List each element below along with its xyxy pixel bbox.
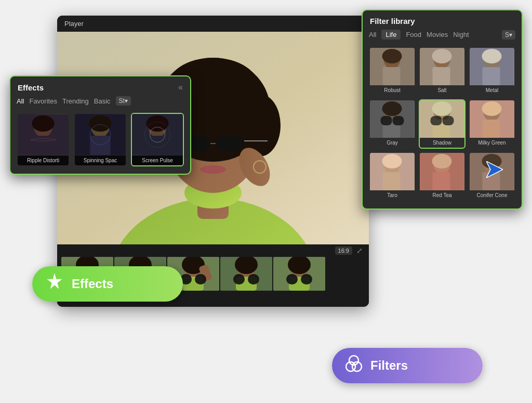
effects-tab-more-dropdown[interactable]: St▾ bbox=[116, 96, 131, 106]
filters-badge-icon bbox=[344, 355, 363, 377]
filter-tab-movies[interactable]: Movies bbox=[427, 31, 448, 38]
svg-rect-46 bbox=[286, 274, 298, 284]
filters-feature-badge: Filters bbox=[332, 348, 483, 383]
player-header: Player bbox=[57, 16, 369, 32]
svg-rect-79 bbox=[381, 116, 392, 125]
expand-icon[interactable]: ⤢ bbox=[356, 246, 363, 255]
effects-grid: Ripple Distorti Spinning Spac bbox=[10, 111, 190, 174]
filter-library-tabs: All Life Food Movies Night S▾ bbox=[363, 30, 522, 45]
svg-point-73 bbox=[482, 49, 502, 63]
effect-label-spinning: Spinning Spac bbox=[75, 155, 126, 165]
svg-rect-41 bbox=[248, 274, 259, 284]
filter-label-shadow: Shadow bbox=[420, 138, 464, 148]
filter-item-milky-green[interactable]: Milky Green bbox=[469, 99, 515, 149]
svg-point-93 bbox=[382, 154, 402, 168]
svg-point-97 bbox=[432, 154, 452, 168]
filter-thumb-robust bbox=[370, 48, 415, 85]
filter-label-salt: Salt bbox=[420, 85, 464, 95]
timeline-thumb-5 bbox=[273, 257, 325, 291]
filter-label-milky-green: Milky Green bbox=[470, 138, 514, 148]
effects-tab-all[interactable]: All bbox=[17, 97, 24, 105]
filter-item-robust[interactable]: Robust bbox=[369, 47, 416, 96]
timeline-thumb-4 bbox=[220, 257, 272, 291]
svg-point-50 bbox=[32, 115, 54, 132]
filter-grid: Robust Salt Meta bbox=[363, 45, 522, 209]
filter-item-salt[interactable]: Salt bbox=[419, 47, 466, 96]
effect-item-spinning[interactable]: Spinning Spac bbox=[74, 113, 127, 166]
filter-item-taro[interactable]: Taro bbox=[369, 152, 416, 201]
filter-tab-night[interactable]: Night bbox=[453, 31, 469, 38]
effects-badge-label: Effects bbox=[72, 277, 113, 291]
filter-label-conifer-cone: Conifer Cone bbox=[470, 190, 514, 200]
filter-thumb-milky-green bbox=[470, 100, 514, 138]
filter-item-red-tea[interactable]: Red Tea bbox=[419, 152, 466, 201]
svg-rect-66 bbox=[383, 67, 401, 85]
filter-thumb-taro bbox=[370, 153, 415, 190]
svg-rect-35 bbox=[195, 274, 206, 284]
filter-label-gray: Gray bbox=[370, 138, 415, 148]
svg-rect-86 bbox=[443, 116, 454, 125]
filter-item-shadow[interactable]: Shadow bbox=[419, 99, 466, 149]
svg-point-65 bbox=[382, 49, 402, 63]
filter-thumb-metal bbox=[470, 48, 514, 85]
svg-marker-103 bbox=[486, 161, 503, 178]
timeline-controls: 16:9 ⤢ bbox=[57, 244, 369, 257]
filter-item-gray[interactable]: Gray bbox=[369, 99, 416, 149]
filter-library-header: Filter library bbox=[363, 10, 522, 30]
svg-point-77 bbox=[382, 101, 402, 116]
filter-tab-food[interactable]: Food bbox=[406, 31, 421, 38]
filter-label-metal: Metal bbox=[470, 85, 514, 95]
filter-label-taro: Taro bbox=[370, 190, 415, 200]
filter-library-title: Filter library bbox=[370, 17, 415, 25]
filter-tab-more-dropdown[interactable]: S▾ bbox=[502, 30, 515, 40]
effect-label-ripple: Ripple Distorti bbox=[18, 155, 69, 165]
filter-tab-all[interactable]: All bbox=[369, 31, 376, 38]
filter-thumb-shadow bbox=[420, 100, 464, 138]
svg-rect-74 bbox=[483, 67, 500, 85]
effect-thumb-spinning bbox=[75, 114, 126, 155]
svg-rect-47 bbox=[301, 274, 312, 284]
effects-feature-badge: Effects bbox=[32, 266, 183, 302]
effects-tab-basic[interactable]: Basic bbox=[94, 97, 111, 105]
svg-point-59 bbox=[146, 115, 168, 132]
player-title: Player bbox=[64, 20, 84, 28]
effect-thumb-ripple bbox=[18, 114, 69, 155]
svg-rect-10 bbox=[216, 136, 244, 151]
effect-item-screen-pulse[interactable]: Screen Pulse bbox=[131, 113, 184, 166]
effect-label-screen-pulse: Screen Pulse bbox=[132, 155, 183, 165]
filter-label-red-tea: Red Tea bbox=[420, 190, 464, 200]
filter-thumb-gray bbox=[370, 100, 415, 138]
effect-thumb-screen-pulse bbox=[132, 114, 183, 155]
svg-point-69 bbox=[432, 49, 452, 63]
svg-rect-94 bbox=[383, 172, 401, 190]
svg-rect-40 bbox=[233, 274, 245, 284]
effects-panel-title: Effects bbox=[18, 83, 44, 92]
effects-tabs: All Favorites Trending Basic St▾ bbox=[10, 96, 190, 111]
effects-panel-header: Effects « bbox=[10, 76, 190, 96]
filter-label-robust: Robust bbox=[370, 85, 415, 95]
svg-point-16 bbox=[200, 165, 226, 174]
svg-rect-85 bbox=[431, 116, 442, 125]
filter-thumb-red-tea bbox=[420, 153, 464, 190]
cursor-arrow bbox=[486, 161, 502, 177]
filter-thumb-salt bbox=[420, 48, 464, 85]
svg-rect-90 bbox=[483, 120, 500, 138]
effect-item-ripple[interactable]: Ripple Distorti bbox=[17, 113, 70, 166]
ratio-badge[interactable]: 16:9 bbox=[335, 246, 352, 255]
filters-badge-label: Filters bbox=[370, 358, 408, 373]
filter-library-panel: Filter library All Life Food Movies Nigh… bbox=[362, 9, 523, 210]
svg-rect-80 bbox=[393, 116, 404, 125]
svg-rect-55 bbox=[90, 136, 110, 155]
effects-panel: Effects « All Favorites Trending Basic S… bbox=[9, 75, 191, 175]
svg-rect-98 bbox=[433, 172, 450, 190]
effects-badge-icon bbox=[45, 272, 64, 296]
effects-tab-favorites[interactable]: Favorites bbox=[29, 97, 57, 105]
effects-tab-trending[interactable]: Trending bbox=[62, 97, 89, 105]
svg-point-83 bbox=[432, 101, 452, 116]
filter-tab-life[interactable]: Life bbox=[381, 30, 401, 40]
svg-point-54 bbox=[89, 115, 111, 132]
filter-item-metal[interactable]: Metal bbox=[469, 47, 515, 96]
svg-rect-70 bbox=[433, 67, 450, 85]
svg-point-89 bbox=[482, 101, 502, 116]
effects-close-button[interactable]: « bbox=[178, 83, 183, 92]
